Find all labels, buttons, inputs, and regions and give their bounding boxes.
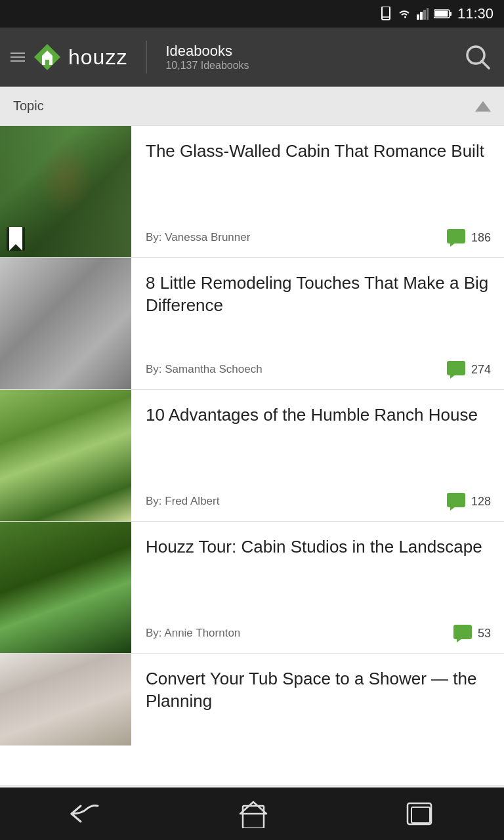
article-meta: By: Vanessa Brunner 186	[146, 228, 491, 247]
header-title: Ideabooks	[165, 43, 249, 60]
article-thumbnail	[0, 126, 131, 257]
home-icon	[239, 799, 268, 828]
article-thumbnail	[0, 522, 131, 653]
comment-icon	[446, 360, 466, 379]
comment-icon	[446, 492, 466, 511]
header-divider	[146, 41, 147, 74]
back-icon	[69, 802, 100, 826]
comment-count: 53	[453, 624, 491, 642]
app-header: houzz Ideabooks 10,137 Ideabooks	[0, 28, 504, 87]
header-subtitle: 10,137 Ideabooks	[165, 60, 249, 72]
status-time: 11:30	[457, 5, 494, 22]
comment-icon	[446, 228, 466, 247]
svg-rect-19	[447, 493, 465, 507]
article-content: Convert Your Tub Space to a Shower — the…	[131, 654, 504, 785]
svg-rect-8	[434, 11, 448, 17]
bottom-nav	[0, 788, 504, 840]
article-item[interactable]: Houzz Tour: Cabin Studios in the Landsca…	[0, 522, 504, 654]
article-author: By: Samantha Schoech	[146, 363, 262, 376]
bookmark-icon[interactable]	[7, 227, 25, 251]
comment-number: 128	[471, 495, 491, 509]
search-icon	[464, 43, 492, 71]
article-item[interactable]: The Glass-Walled Cabin That Romance Buil…	[0, 126, 504, 258]
phone-icon	[380, 7, 392, 21]
svg-rect-2	[417, 14, 419, 20]
article-content: The Glass-Walled Cabin That Romance Buil…	[131, 126, 504, 257]
recents-button[interactable]	[406, 802, 435, 826]
article-author: By: Annie Thornton	[146, 627, 240, 640]
search-button[interactable]	[462, 41, 494, 73]
wifi-icon	[397, 8, 411, 20]
logo-text: houzz	[68, 45, 127, 70]
header-title-section: Ideabooks 10,137 Ideabooks	[165, 43, 249, 72]
battery-icon	[434, 9, 452, 19]
svg-rect-5	[427, 8, 429, 20]
article-thumbnail	[0, 258, 131, 389]
recents-icon	[406, 802, 435, 826]
logo: houzz	[33, 43, 127, 72]
article-title: 8 Little Remodeling Touches That Make a …	[146, 272, 491, 317]
comment-count: 274	[446, 360, 491, 379]
svg-rect-21	[453, 625, 472, 639]
article-meta: By: Fred Albert 128	[146, 492, 491, 511]
article-meta: By: Samantha Schoech 274	[146, 360, 491, 379]
article-item[interactable]: Convert Your Tub Space to a Shower — the…	[0, 654, 504, 786]
houzz-logo-icon	[33, 43, 62, 72]
signal-icon	[417, 8, 429, 20]
topic-bar[interactable]: Topic	[0, 87, 504, 126]
svg-line-12	[482, 61, 489, 68]
svg-rect-17	[447, 361, 465, 375]
header-left: houzz Ideabooks 10,137 Ideabooks	[10, 41, 249, 74]
article-title: The Glass-Walled Cabin That Romance Buil…	[146, 140, 491, 163]
svg-rect-0	[382, 7, 390, 20]
topic-dropdown-arrow	[475, 101, 491, 112]
svg-marker-16	[450, 243, 455, 247]
comment-number: 53	[478, 627, 491, 640]
article-author: By: Vanessa Brunner	[146, 231, 250, 244]
article-content: Houzz Tour: Cabin Studios in the Landsca…	[131, 522, 504, 653]
article-item[interactable]: 8 Little Remodeling Touches That Make a …	[0, 258, 504, 390]
hamburger-menu[interactable]	[10, 52, 25, 62]
article-meta: By: Annie Thornton 53	[146, 624, 491, 642]
status-icons: 11:30	[380, 5, 494, 22]
topic-label: Topic	[13, 98, 44, 114]
article-thumbnail	[0, 654, 131, 785]
comment-icon	[453, 624, 472, 642]
svg-rect-3	[420, 12, 423, 20]
article-list: The Glass-Walled Cabin That Romance Buil…	[0, 126, 504, 786]
comment-number: 186	[471, 231, 491, 245]
article-content: 10 Advantages of the Humble Ranch House …	[131, 390, 504, 521]
back-button[interactable]	[69, 802, 100, 826]
article-title: Convert Your Tub Space to a Shower — the…	[146, 668, 491, 713]
comment-count: 186	[446, 228, 491, 247]
svg-rect-26	[411, 807, 430, 823]
svg-rect-7	[450, 12, 452, 16]
status-bar: 11:30	[0, 0, 504, 28]
article-title: 10 Advantages of the Humble Ranch House	[146, 404, 491, 427]
home-button[interactable]	[239, 799, 268, 828]
comment-number: 274	[471, 363, 491, 377]
svg-rect-4	[423, 10, 426, 20]
article-title: Houzz Tour: Cabin Studios in the Landsca…	[146, 536, 491, 558]
article-content: 8 Little Remodeling Touches That Make a …	[131, 258, 504, 389]
comment-count: 128	[446, 492, 491, 511]
article-item[interactable]: 10 Advantages of the Humble Ranch House …	[0, 390, 504, 522]
svg-rect-15	[447, 229, 465, 243]
article-thumbnail	[0, 390, 131, 521]
svg-marker-24	[240, 802, 266, 814]
article-author: By: Fred Albert	[146, 495, 219, 508]
